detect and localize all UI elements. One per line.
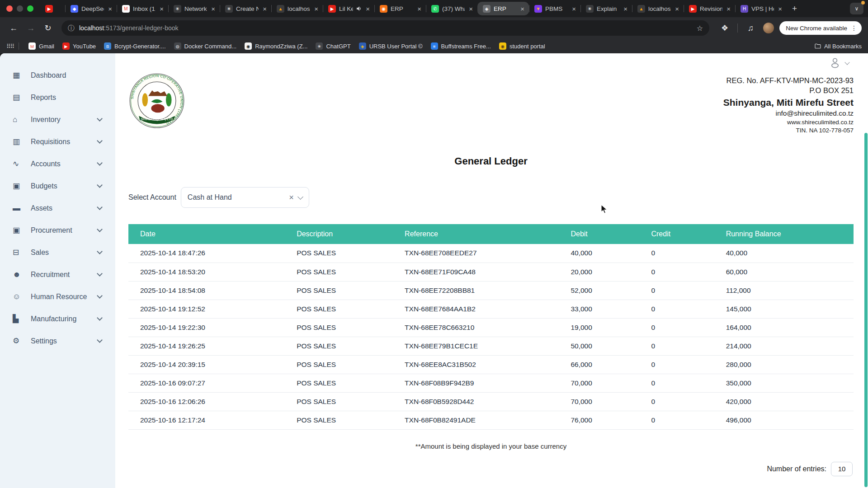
bookmark-label: Buffstreams Free... xyxy=(441,43,491,50)
tab-close-icon[interactable]: × xyxy=(674,5,680,13)
sidebar-item-budgets[interactable]: Budgets xyxy=(0,175,115,197)
tab-search-button[interactable]: ∨ xyxy=(850,3,863,14)
tab-close-icon[interactable]: × xyxy=(777,5,783,13)
media-controls-icon[interactable]: ♫ xyxy=(743,21,758,35)
credit-cell: 0 xyxy=(651,300,726,318)
user-icon[interactable] xyxy=(829,57,841,69)
bookmark-item[interactable]: ◍ Docker Command... xyxy=(170,41,241,52)
sidebar-item-icon xyxy=(13,225,24,235)
bookmark-item[interactable]: ▶ YouTube xyxy=(58,41,100,52)
bookmark-item[interactable]: M Gmail xyxy=(24,41,58,52)
forward-button[interactable]: → xyxy=(24,21,38,35)
tab-favicon-icon: ◉ xyxy=(380,5,387,13)
running-balance-cell: 112,000 xyxy=(726,281,854,300)
account-select[interactable]: Cash at Hand × xyxy=(181,187,309,208)
browser-tab[interactable]: ▲ localhos × xyxy=(632,0,684,17)
browser-tab[interactable]: ▶ xyxy=(45,0,65,17)
tab-close-icon[interactable]: × xyxy=(210,5,216,13)
credit-cell: 0 xyxy=(651,392,726,411)
tab-close-icon[interactable]: × xyxy=(726,5,731,13)
company-reg-no: REG. No. AFF-KTV-MPN-MC-2023-93 xyxy=(723,76,854,86)
sidebar-item-accounts[interactable]: Accounts xyxy=(0,153,115,175)
profile-avatar[interactable] xyxy=(763,23,774,33)
browser-tab[interactable]: ✳ Explain × xyxy=(580,0,632,17)
browser-tab[interactable]: ▲ localhos × xyxy=(271,0,323,17)
bookmark-label: Gmail xyxy=(39,43,54,50)
bookmark-item[interactable]: ◈ URSB User Portal © xyxy=(355,41,427,52)
table-row: 2025-10-16 12:06:26 POS SALES TXN-68F0B5… xyxy=(128,392,854,411)
bookmark-item[interactable]: B Bcrypt-Generator.... xyxy=(100,41,170,52)
new-tab-button[interactable]: + xyxy=(787,4,802,14)
browser-tab[interactable]: ▶ Lil Ke × xyxy=(323,0,374,17)
date-cell: 2025-10-14 18:53:20 xyxy=(128,263,297,281)
tab-close-icon[interactable]: × xyxy=(468,5,474,13)
debit-cell: 19,000 xyxy=(571,318,651,337)
tab-close-icon[interactable]: × xyxy=(571,5,577,13)
close-window-button[interactable] xyxy=(6,5,13,12)
browser-tab[interactable]: ◆ DeepSee × xyxy=(65,0,117,17)
entries-input[interactable] xyxy=(831,462,853,476)
tab-audio-icon[interactable] xyxy=(356,6,362,11)
browser-tab[interactable]: ✳ Create N × xyxy=(220,0,271,17)
sidebar-item-icon xyxy=(13,115,24,124)
sidebar-item-assets[interactable]: Assets xyxy=(0,197,115,219)
browser-tab[interactable]: ◉ ERP × xyxy=(374,0,426,17)
bookmark-item[interactable]: ◉ RaymondZziwa (Z... xyxy=(241,41,311,52)
sidebar-item-procurement[interactable]: Procurement xyxy=(0,219,115,241)
sidebar-item-requisitions[interactable]: Requisitions xyxy=(0,131,115,153)
all-bookmarks-button[interactable]: All Bookmarks xyxy=(815,43,862,50)
tab-favicon-icon: ✳ xyxy=(225,5,233,13)
tab-close-icon[interactable]: × xyxy=(313,5,319,13)
browser-tab[interactable]: ✆ (37) Wha × xyxy=(426,0,477,17)
tab-title: PBMS xyxy=(545,5,568,12)
sidebar-item-recruitment[interactable]: Recruitment xyxy=(0,263,115,286)
extensions-icon[interactable]: ❖ xyxy=(717,21,732,35)
sidebar-item-human-resource[interactable]: Human Resource xyxy=(0,286,115,308)
browser-tab[interactable]: H VPS | Ho × xyxy=(735,0,787,17)
tab-close-icon[interactable]: × xyxy=(416,5,422,13)
zoom-window-button[interactable] xyxy=(27,5,33,12)
bookmark-item[interactable]: ◉ student portal xyxy=(495,41,549,52)
browser-tab[interactable]: ▼ PBMS × xyxy=(529,0,580,17)
bookmark-item[interactable]: ✳ ChatGPT xyxy=(311,41,354,52)
tab-close-icon[interactable]: × xyxy=(159,5,165,13)
sidebar-item-settings[interactable]: Settings xyxy=(0,330,115,352)
bookmark-star-icon[interactable]: ☆ xyxy=(697,24,703,33)
column-header: Credit xyxy=(651,224,726,244)
date-cell: 2025-10-16 09:07:27 xyxy=(128,374,297,392)
browser-tab[interactable]: ◈ ERP × xyxy=(477,2,529,15)
browser-tab[interactable]: ✳ Networki × xyxy=(168,0,220,17)
minimize-window-button[interactable] xyxy=(17,5,23,12)
bookmark-item[interactable]: ≡ Buffstreams Free... xyxy=(427,41,495,52)
tab-close-icon[interactable]: × xyxy=(365,5,371,13)
clear-icon[interactable]: × xyxy=(289,193,294,202)
sidebar-item-reports[interactable]: Reports xyxy=(0,86,115,108)
address-bar[interactable]: ⓘ localhost:5173/general-ledger-book ☆ xyxy=(61,20,709,36)
tab-close-icon[interactable]: × xyxy=(107,5,113,13)
sidebar-item-label: Procurement xyxy=(31,226,98,235)
company-address: Shinyanga, Miti Mirefu Street xyxy=(723,96,854,109)
tab-close-icon[interactable]: × xyxy=(623,5,628,13)
sidebar-item-manufacturing[interactable]: Manufacturing xyxy=(0,308,115,330)
chevron-down-icon[interactable] xyxy=(297,194,303,200)
sidebar-item-inventory[interactable]: Inventory xyxy=(0,108,115,131)
back-button[interactable]: ← xyxy=(6,21,21,35)
site-info-icon[interactable]: ⓘ xyxy=(68,24,75,33)
page-scrollbar[interactable] xyxy=(864,133,868,487)
tab-close-icon[interactable]: × xyxy=(262,5,268,13)
running-balance-cell: 420,000 xyxy=(726,392,854,411)
browser-tab[interactable]: M Inbox (1, × xyxy=(117,0,168,17)
tab-close-icon[interactable]: × xyxy=(519,5,525,13)
chevron-down-icon xyxy=(97,116,103,122)
sidebar-item-dashboard[interactable]: Dashboard xyxy=(0,64,115,86)
sidebar-item-icon xyxy=(13,292,24,301)
reload-button[interactable]: ↻ xyxy=(41,21,55,35)
more-menu-icon[interactable]: ⋮ xyxy=(851,24,857,32)
update-chrome-button[interactable]: New Chrome available ⋮ xyxy=(779,21,862,35)
apps-grid-icon[interactable]: ⠿⠿ xyxy=(6,43,14,50)
sidebar-item-sales[interactable]: Sales xyxy=(0,241,115,263)
browser-tab[interactable]: ▶ Revision × xyxy=(684,0,735,17)
date-cell: 2025-10-16 12:06:26 xyxy=(128,392,297,411)
reference-cell: TXN-68EE708EEDE27 xyxy=(405,244,571,263)
chevron-down-icon[interactable] xyxy=(844,60,849,65)
